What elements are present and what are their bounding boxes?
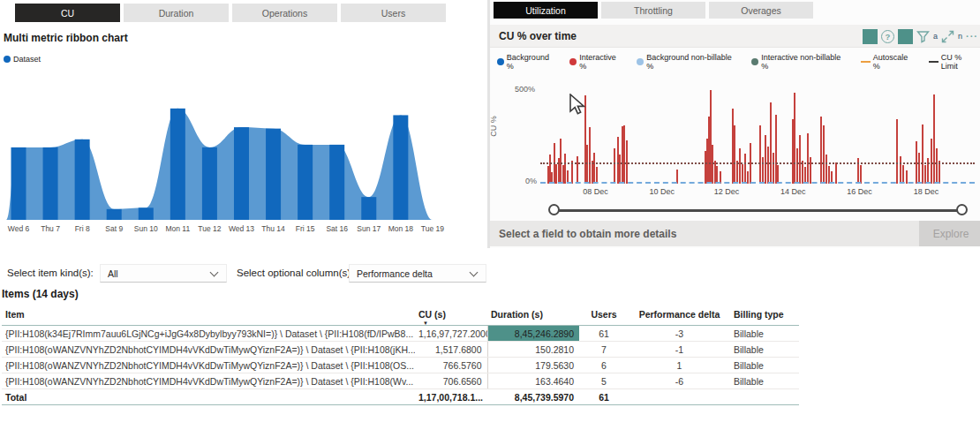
perf-delta-cell: 1 (630, 358, 730, 373)
item-kind-dropdown[interactable]: All (100, 264, 227, 283)
optional-column-dropdown[interactable]: Performance delta (349, 264, 486, 283)
cu-y-axis-label: CU % (489, 116, 498, 137)
ribbon-bar-wed-13[interactable] (234, 127, 249, 220)
legend-item-background: Background % (497, 53, 557, 71)
interactive-pct-bar (896, 119, 898, 184)
ribbon-chart-title: Multi metric ribbon chart (4, 32, 128, 44)
visual-header: CU % over time ?an··· (490, 25, 980, 48)
ribbon-bar-wed-6[interactable] (11, 147, 26, 220)
ribbon-bar-mon-18[interactable] (393, 115, 408, 220)
interactive-pct-bar (933, 94, 935, 184)
column-header-users[interactable]: Users (579, 305, 630, 326)
slider-handle-right[interactable] (956, 204, 968, 215)
tab-operations[interactable]: Operations (232, 4, 337, 22)
capacity-metrics-page: CUDurationOperationsUsers Multi metric r… (0, 0, 980, 445)
ribbon-bar-tue-12[interactable] (202, 147, 217, 220)
interactive-pct-bar (931, 139, 932, 184)
column-header-duration-s[interactable]: Duration (s) (487, 305, 579, 326)
ribbon-chart-panel: CUDurationOperationsUsers Multi metric r… (0, 0, 484, 256)
users-cell: 6 (579, 358, 630, 373)
x-tick-18-dec: 18 Dec (907, 187, 946, 196)
interactive-pct-bar (835, 162, 837, 184)
interactive-pct-bar (918, 153, 920, 184)
column-header-billing-type[interactable]: Billing type (730, 305, 799, 326)
tab-throttling[interactable]: Throttling (601, 2, 705, 19)
explore-button[interactable]: Explore (919, 221, 980, 246)
ribbon-bar-fri-15[interactable] (298, 145, 313, 220)
cu-limit-marker-icon (929, 61, 939, 63)
detail-message: Select a field to obtain more details (499, 228, 676, 240)
ribbon-bar-sat-9[interactable] (107, 209, 122, 220)
billing-cell: Billable (730, 342, 799, 358)
legend-label: Autoscale % (873, 53, 916, 71)
ribbon-bar-mon-11[interactable] (170, 109, 185, 220)
interactive-pct-bar (586, 145, 588, 184)
interactive-pct-bar (712, 145, 713, 184)
item-kind-value: All (108, 268, 211, 279)
billing-cell: Billable (730, 358, 799, 373)
interactive-pct-bar (622, 126, 623, 184)
interactive-pct-bar (765, 135, 766, 184)
tab-users[interactable]: Users (341, 4, 446, 22)
swatch-icon[interactable] (863, 29, 878, 44)
legend-item-autoscale: Autoscale % (861, 53, 916, 71)
slider-handle-left[interactable] (548, 204, 560, 215)
table-total-row: Total1,17,00,718.1...8,45,739.597061 (2, 389, 799, 405)
mouse-cursor-icon (569, 94, 587, 117)
x-tick-16-dec: 16 Dec (841, 187, 879, 196)
interactive-pct-bar (593, 153, 595, 184)
perf-delta-cell: -3 (630, 326, 730, 342)
y-tick-0: 0% (525, 177, 537, 185)
column-header-item[interactable]: Item (2, 305, 415, 326)
ribbon-bar-thu-14[interactable] (266, 129, 281, 220)
column-header-performance-delta[interactable]: Performance delta (630, 305, 730, 326)
ribbon-chart[interactable] (0, 78, 484, 222)
cu-limit-line (540, 162, 975, 164)
background-pct-line (540, 182, 975, 184)
tab-overages[interactable]: Overages (709, 2, 813, 19)
slider-track[interactable] (554, 209, 961, 212)
item-cell: {PII:H108(oWANZVNYhZD2NbhotCYIMDH4vVKdDw… (2, 358, 415, 373)
table-row[interactable]: {PII:H108(oWANZVNYhZD2NbhotCYIMDH4vVKdDw… (2, 358, 799, 373)
users-cell: 61 (579, 326, 630, 342)
focus-mode-icon[interactable] (941, 30, 954, 43)
billing-cell: Billable (730, 326, 799, 342)
ribbon-bar-fri-8[interactable] (75, 140, 90, 220)
more-options-icon[interactable]: ··· (966, 31, 978, 41)
interactive-pct-bar (623, 125, 625, 184)
ribbon-bar-sun-10[interactable] (139, 207, 154, 220)
ribbon-bar-sun-17[interactable] (361, 197, 376, 220)
total-label-cell: Total (2, 389, 415, 405)
interactive-pct-bar (924, 165, 926, 184)
tab-duration[interactable]: Duration (124, 4, 229, 22)
interactive-pct-bar (807, 133, 809, 184)
interactive-pct-bar (777, 165, 779, 184)
duration-cell: 8,45,246.2890 (487, 326, 579, 342)
autoscale-marker-icon (861, 61, 871, 63)
optional-column-label: Select optional column(s): (237, 268, 353, 278)
glyph-a: a (933, 32, 938, 41)
swatch-icon-2[interactable] (898, 29, 913, 44)
cu-over-time-chart[interactable]: CU %500%0%08 Dec10 Dec12 Dec14 Dec16 Dec… (490, 79, 980, 199)
tab-cu[interactable]: CU (15, 4, 120, 22)
items-table-title: Items (14 days) (2, 288, 79, 300)
help-icon[interactable]: ? (881, 30, 894, 43)
table-row[interactable]: {PII:H108(oWANZVNYhZD2NbhotCYIMDH4vVKdDw… (2, 373, 799, 389)
items-table: ItemCU (s)▼Duration (s)UsersPerformance … (2, 305, 799, 405)
table-row[interactable]: {PII:H108(k34Ej7RImm7auu6LGjNCg+iJgG4x8D… (2, 326, 799, 342)
users-cell: 7 (579, 342, 630, 358)
utilization-panel: UtilizationThrottlingOverages CU % over … (487, 0, 980, 248)
column-header-cu-s[interactable]: CU (s)▼ (415, 305, 487, 326)
sort-descending-icon: ▼ (423, 321, 428, 326)
ribbon-bar-sat-16[interactable] (329, 145, 344, 220)
ribbon-bar-thu-7[interactable] (43, 147, 58, 220)
filter-icon[interactable] (916, 30, 930, 43)
chevron-down-icon (210, 268, 219, 276)
interactive-pct-bar (762, 157, 764, 184)
users-cell: 5 (579, 373, 630, 389)
x-tick-14-dec: 14 Dec (773, 187, 812, 196)
tab-utilization[interactable]: Utilization (494, 2, 598, 19)
table-row[interactable]: {PII:H108(oWANZVNYhZD2NbhotCYIMDH4vVKdDw… (2, 342, 799, 358)
cu-plot-area[interactable] (540, 87, 975, 184)
interactive-marker-icon (569, 58, 577, 65)
